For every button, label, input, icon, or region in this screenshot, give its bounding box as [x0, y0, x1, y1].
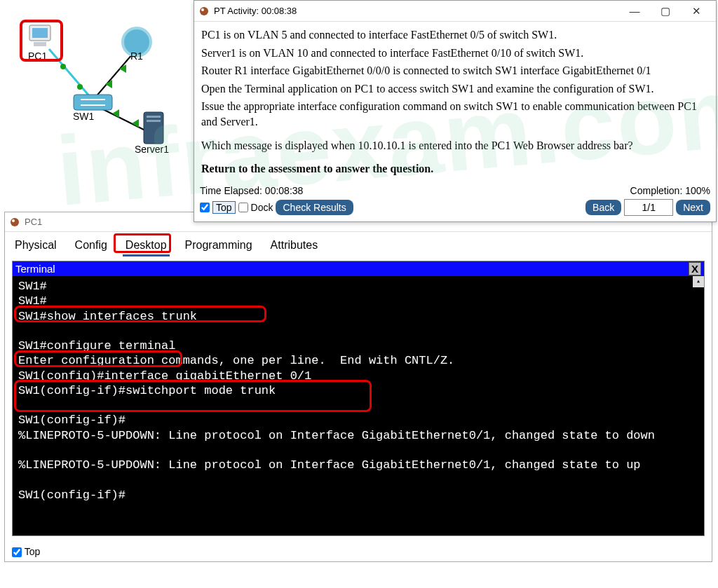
pt-activity-footer: Time Elapsed: 00:08:38 Completion: 100% …	[194, 182, 716, 221]
pt-activity-titlebar[interactable]: PT Activity: 00:08:38 — ▢ ✕	[194, 1, 716, 22]
maximize-button[interactable]: ▢	[650, 1, 681, 22]
instruction-line: PC1 is on VLAN 5 and connected to interf…	[201, 27, 709, 43]
terminal-frame: Terminal X ▴ SW1# SW1# SW1#show interfac…	[12, 261, 705, 536]
pc1-top-checkbox[interactable]	[12, 547, 22, 557]
pt-activity-title: PT Activity: 00:08:38	[214, 6, 619, 16]
top-checkbox[interactable]	[200, 203, 210, 212]
instruction-line: Issue the appropriate interface configur…	[201, 99, 709, 129]
svg-point-3	[60, 64, 66, 69]
completion-percent: Completion: 100%	[630, 185, 710, 196]
pt-activity-body: PC1 is on VLAN 5 and connected to interf…	[194, 22, 716, 182]
check-results-button[interactable]: Check Results	[276, 200, 353, 215]
instruction-line: Router R1 interface GigabitEthernet 0/0/…	[201, 63, 709, 78]
scroll-up-icon[interactable]: ▴	[693, 276, 704, 287]
svg-rect-19	[147, 120, 161, 122]
server1-label: Server1	[135, 144, 169, 155]
dock-checkbox-label: Dock	[251, 202, 273, 213]
pc1-bottom-bar: Top	[5, 542, 712, 561]
svg-marker-8	[132, 119, 139, 128]
terminal-close-button[interactable]: X	[689, 262, 701, 275]
svg-marker-7	[112, 109, 119, 118]
svg-rect-18	[147, 116, 161, 118]
back-button[interactable]: Back	[585, 200, 621, 215]
instruction-line: Open the Terminal application on PC1 to …	[201, 81, 709, 97]
network-topology: PC1 R1 SW1 Server1	[0, 0, 196, 217]
svg-point-23	[12, 219, 15, 222]
minimize-button[interactable]: —	[619, 1, 650, 22]
terminal-title: Terminal	[15, 263, 55, 275]
pc1-highlight-box	[20, 20, 63, 62]
pt-logo-icon	[9, 217, 20, 228]
instruction-question: Which message is displayed when 10.10.10…	[201, 138, 709, 153]
dock-checkbox[interactable]	[238, 203, 248, 212]
pc1-top-label: Top	[25, 546, 41, 557]
next-button[interactable]: Next	[676, 200, 710, 215]
tab-programming[interactable]: Programming	[182, 236, 255, 257]
pt-logo-icon	[198, 6, 210, 17]
svg-point-22	[11, 218, 19, 226]
pc1-title: PC1	[25, 217, 42, 227]
sw1-label: SW1	[73, 111, 94, 122]
tab-attributes[interactable]: Attributes	[268, 236, 321, 257]
terminal-text: SW1# SW1# SW1#show interfaces trunk SW1#…	[18, 279, 698, 502]
svg-point-20	[200, 7, 208, 15]
terminal-output[interactable]: ▴ SW1# SW1# SW1#show interfaces trunk SW…	[13, 276, 704, 535]
pt-activity-window: PT Activity: 00:08:38 — ▢ ✕ PC1 is on VL…	[194, 0, 717, 222]
return-instruction: Return to the assessment to answer the q…	[201, 161, 709, 177]
tab-physical[interactable]: Physical	[12, 236, 60, 257]
r1-label: R1	[130, 50, 143, 62]
pc1-window: PC1 Physical Config Desktop Programming …	[4, 212, 712, 562]
tab-config[interactable]: Config	[72, 236, 110, 257]
svg-point-4	[77, 84, 83, 90]
pc1-tabs: Physical Config Desktop Programming Attr…	[5, 232, 712, 257]
terminal-titlebar: Terminal X	[13, 261, 704, 276]
svg-point-21	[201, 8, 204, 11]
time-elapsed: Time Elapsed: 00:08:38	[200, 185, 303, 196]
tab-desktop[interactable]: Desktop	[123, 236, 170, 257]
close-button[interactable]: ✕	[681, 1, 712, 22]
top-checkbox-label: Top	[212, 201, 236, 214]
page-count-input[interactable]	[624, 199, 673, 216]
svg-rect-14	[74, 95, 112, 110]
instruction-line: Server1 is on VLAN 10 and connected to i…	[201, 46, 709, 61]
